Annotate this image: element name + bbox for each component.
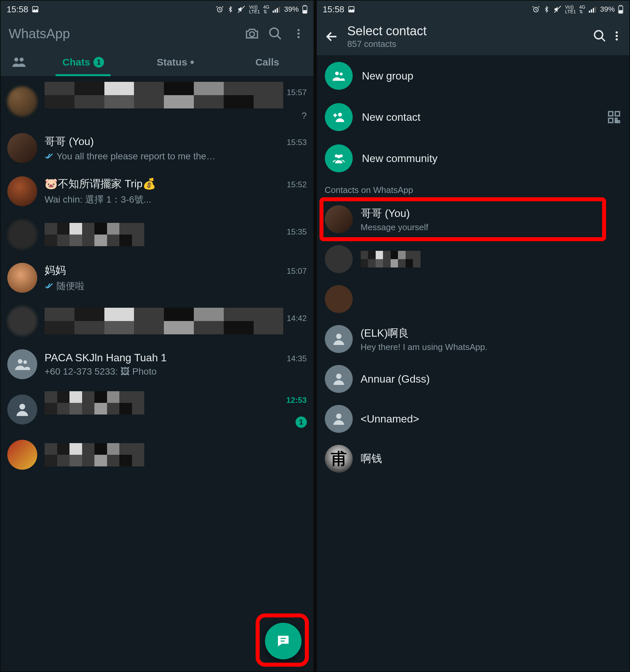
volte-icon: Vo))LTE1 (565, 5, 576, 14)
search-button[interactable] (267, 25, 283, 42)
battery-percent: 39% (284, 5, 299, 14)
svg-rect-41 (609, 112, 613, 116)
person-icon (331, 371, 347, 387)
svg-rect-44 (615, 118, 618, 120)
chat-msg: Wai chin: 選擇 1：3-6號... (45, 193, 151, 206)
app-title: WhatsApp (9, 26, 237, 41)
avatar[interactable] (7, 220, 37, 249)
svg-rect-27 (591, 9, 592, 13)
communities-icon (331, 151, 346, 166)
tab-calls-label: Calls (255, 56, 279, 68)
qr-code-icon[interactable] (607, 110, 621, 124)
svg-point-16 (14, 57, 18, 62)
avatar[interactable] (7, 440, 37, 470)
contact-list[interactable]: New group New contact New community Cont… (317, 55, 630, 671)
action-label: New community (362, 152, 622, 165)
avatar[interactable] (325, 405, 353, 433)
tab-status[interactable]: Status (129, 48, 221, 76)
chat-time: 12:53 (286, 395, 306, 405)
svg-rect-42 (615, 112, 620, 116)
avatar[interactable] (325, 365, 353, 393)
avatar[interactable]: 甫 (325, 445, 353, 473)
contact-row[interactable] (317, 279, 630, 319)
chat-time: 15:53 (286, 138, 306, 147)
avatar[interactable] (325, 205, 353, 233)
contact-row[interactable] (317, 239, 630, 279)
chat-name: 哥哥 (You) (45, 135, 94, 149)
action-label: New contact (362, 111, 598, 123)
contact-name: 啊钱 (361, 452, 622, 466)
contact-row[interactable]: (ELK)啊良 Hey there! I am using WhatsApp. (317, 319, 630, 359)
svg-point-20 (19, 404, 25, 409)
avatar[interactable] (325, 325, 353, 353)
new-community-action[interactable]: New community (317, 138, 630, 179)
avatar[interactable] (7, 394, 37, 425)
censored (45, 223, 144, 246)
right-screen: 15:58 Vo))LTE1 4G⇅ 39% Select contact 85… (317, 1, 630, 671)
mute-icon (237, 5, 246, 13)
contact-row[interactable]: Annuar (Gdss) (317, 359, 630, 399)
avatar[interactable] (325, 285, 353, 313)
svg-rect-8 (304, 5, 306, 6)
chat-row[interactable]: 15:35 (1, 213, 313, 256)
avatar[interactable] (7, 176, 37, 206)
new-contact-action[interactable]: New contact (317, 96, 630, 138)
censored (45, 82, 283, 109)
chat-list[interactable]: 15:57 ? 哥哥 (You) 15:53 You all three ple… (1, 76, 313, 671)
tab-communities[interactable] (1, 54, 37, 70)
chat-row[interactable]: 15:57 ? (1, 76, 313, 126)
avatar[interactable] (7, 349, 37, 379)
censored (45, 443, 144, 466)
person-icon (331, 411, 347, 427)
contact-row[interactable]: <Unnamed> (317, 399, 630, 439)
avatar[interactable] (7, 263, 37, 293)
contact-row-self[interactable]: 哥哥 (You) Message yourself (317, 199, 630, 239)
chat-row[interactable]: PACA SKJln Hang Tuah 1 14:35 +60 12-373 … (1, 343, 313, 386)
avatar[interactable] (7, 306, 37, 336)
chat-row[interactable]: 哥哥 (You) 15:53 You all three please repo… (1, 126, 313, 170)
svg-point-38 (335, 72, 339, 75)
chat-row[interactable]: 14:42 (1, 299, 313, 343)
gallery-icon (31, 6, 39, 13)
add-person-icon (331, 110, 346, 124)
chat-row[interactable]: 12:53 1 (1, 386, 313, 433)
svg-point-36 (616, 35, 618, 37)
avatar[interactable] (7, 133, 37, 163)
select-contact-app-bar: Select contact 857 contacts (317, 18, 630, 55)
signal-icon (589, 6, 597, 13)
tab-status-label: Status (157, 56, 187, 68)
chat-msg: You all three please report to me the… (56, 151, 216, 162)
tab-calls[interactable]: Calls (221, 48, 313, 76)
chat-row[interactable]: 🐷不知所谓擺家 Trip💰 15:52 Wai chin: 選擇 1：3-6號.… (1, 170, 313, 213)
bluetooth-icon (227, 5, 234, 13)
tab-chats[interactable]: Chats 1 (37, 48, 129, 76)
search-button[interactable] (593, 29, 607, 44)
camera-icon (245, 26, 259, 41)
camera-button[interactable] (244, 25, 260, 42)
status-dot (191, 61, 194, 64)
section-header: Contacts on WhatsApp (317, 179, 630, 199)
svg-point-18 (18, 359, 23, 364)
censored (45, 308, 283, 334)
menu-button[interactable] (290, 25, 307, 42)
tabs: Chats 1 Status Calls (1, 48, 313, 76)
page-subtitle: 857 contacts (347, 39, 589, 49)
chat-row[interactable] (1, 433, 313, 476)
contact-row[interactable]: 甫 啊钱 (317, 439, 630, 479)
avatar[interactable] (325, 245, 353, 273)
chat-time: 14:42 (286, 314, 306, 323)
avatar[interactable] (7, 87, 37, 116)
chats-badge: 1 (94, 57, 104, 68)
new-chat-fab[interactable] (265, 623, 302, 659)
chat-time: 14:35 (286, 354, 306, 363)
svg-rect-5 (277, 8, 278, 13)
person-icon (14, 401, 31, 418)
more-vert-icon (293, 26, 304, 41)
chat-row[interactable]: 妈妈 15:07 随便啦 (1, 256, 313, 299)
new-group-action[interactable]: New group (317, 55, 630, 96)
page-title: Select contact (347, 24, 589, 38)
back-button[interactable] (320, 25, 344, 48)
menu-button[interactable] (611, 29, 623, 45)
svg-point-52 (336, 413, 342, 419)
contact-name: <Unnamed> (361, 413, 622, 425)
